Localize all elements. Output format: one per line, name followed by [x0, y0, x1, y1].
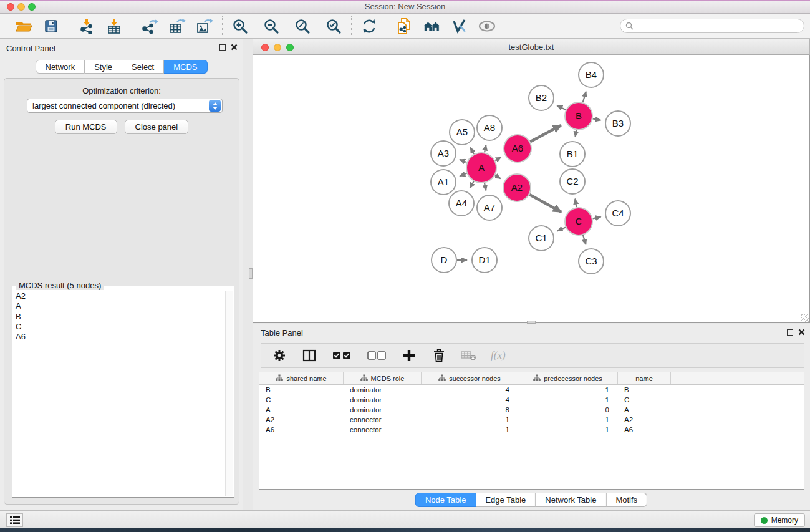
edge-C-C2[interactable]	[575, 199, 576, 208]
column-header-name[interactable]: name	[618, 372, 671, 384]
table-row[interactable]: A6connector11A6	[259, 425, 804, 435]
node-A[interactable]: A	[466, 153, 496, 183]
refresh-icon[interactable]	[360, 17, 378, 36]
node-C4[interactable]: C4	[605, 201, 630, 226]
node-D1[interactable]: D1	[472, 248, 497, 273]
node-table[interactable]: shared nameMCDS rolesuccessor nodesprede…	[259, 372, 804, 490]
table-cell[interactable]: A	[259, 405, 344, 415]
export-table-icon[interactable]	[168, 17, 186, 36]
criterion-select[interactable]: largest connected component (directed)	[27, 99, 223, 113]
edge-A-A7[interactable]	[485, 183, 486, 190]
edge-A2-C[interactable]	[529, 195, 561, 212]
column-header-successor-nodes[interactable]: successor nodes	[422, 372, 518, 384]
edge-A-A3[interactable]	[460, 160, 466, 162]
edge-A-A1[interactable]	[460, 173, 466, 176]
delete-column-trash-icon[interactable]	[431, 347, 447, 364]
edge-B-B1[interactable]	[576, 130, 577, 137]
column-header-predecessor-nodes[interactable]: predecessor nodes	[518, 372, 618, 384]
table-cell[interactable]: C	[259, 395, 344, 405]
node-A6[interactable]: A6	[504, 135, 531, 162]
edge-B-B2[interactable]	[557, 105, 566, 110]
search-field[interactable]	[620, 19, 804, 33]
export-network-icon[interactable]	[140, 17, 159, 36]
node-A5[interactable]: A5	[450, 120, 475, 145]
node-C[interactable]: C	[565, 208, 592, 235]
table-row[interactable]: Adominator80A	[259, 405, 804, 415]
table-cell[interactable]: 1	[518, 425, 618, 435]
open-session-icon[interactable]	[14, 17, 33, 36]
table-cell[interactable]: 1	[518, 385, 618, 395]
edge-B-B3[interactable]	[593, 118, 601, 120]
zoom-in-icon[interactable]	[231, 17, 249, 36]
vizmapper-icon[interactable]	[450, 17, 469, 36]
table-row[interactable]: Bdominator41B	[259, 385, 804, 395]
result-item[interactable]: A2	[13, 291, 225, 301]
table-cell[interactable]: dominator	[344, 405, 422, 415]
close-panel-button[interactable]: Close panel	[125, 120, 189, 134]
result-item[interactable]: B	[13, 312, 225, 322]
table-cell[interactable]: B	[259, 385, 344, 395]
export-image-icon[interactable]	[195, 17, 214, 36]
zoom-fit-icon[interactable]	[293, 17, 312, 36]
table-cell[interactable]: 4	[422, 385, 518, 395]
tab-node-table[interactable]: Node Table	[415, 493, 476, 507]
table-cell[interactable]: 4	[422, 395, 518, 405]
network-window-titlebar[interactable]: testGlobe.txt	[253, 39, 810, 55]
table-cell[interactable]: 1	[422, 415, 518, 425]
edge-A6-B[interactable]	[530, 125, 561, 142]
clone-network-icon[interactable]	[395, 17, 414, 36]
edge-A-A2[interactable]	[495, 175, 501, 178]
node-B1[interactable]: B1	[560, 142, 585, 167]
node-A2[interactable]: A2	[503, 174, 531, 201]
table-cell[interactable]: B	[618, 385, 671, 395]
table-settings-gear-icon[interactable]	[271, 347, 287, 364]
node-B2[interactable]: B2	[529, 85, 554, 110]
float-table-panel-icon[interactable]	[787, 329, 793, 336]
edge-B-B4[interactable]	[583, 92, 586, 102]
table-cell[interactable]: connector	[344, 425, 422, 435]
tab-motifs[interactable]: Motifs	[606, 493, 647, 507]
node-A7[interactable]: A7	[477, 195, 502, 220]
tab-style[interactable]: Style	[85, 60, 122, 74]
table-row[interactable]: A2connector11A2	[259, 415, 804, 425]
tab-mcds[interactable]: MCDS	[164, 60, 207, 74]
table-cell[interactable]: A6	[618, 425, 671, 435]
node-C1[interactable]: C1	[529, 226, 554, 251]
table-cell[interactable]: A2	[259, 415, 344, 425]
split-panel-icon[interactable]	[301, 347, 317, 364]
memory-button[interactable]: Memory	[754, 513, 805, 527]
zoom-out-icon[interactable]	[262, 17, 281, 36]
save-session-icon[interactable]	[42, 17, 60, 36]
close-table-panel-icon[interactable]	[798, 329, 805, 336]
table-cell[interactable]: 1	[518, 395, 618, 405]
float-panel-icon[interactable]	[219, 44, 226, 51]
horizontal-split-handle[interactable]	[527, 321, 536, 324]
table-cell[interactable]: A2	[618, 415, 671, 425]
tab-network[interactable]: Network	[35, 60, 85, 74]
create-column-plus-icon[interactable]	[401, 347, 417, 364]
edge-C-C1[interactable]	[557, 227, 566, 231]
search-input[interactable]	[636, 21, 804, 31]
run-mcds-button[interactable]: Run MCDS	[55, 120, 117, 134]
vertical-split-handle[interactable]	[249, 268, 253, 279]
node-A1[interactable]: A1	[431, 170, 456, 195]
tab-network-table[interactable]: Network Table	[536, 493, 606, 507]
table-cell[interactable]: dominator	[344, 395, 422, 405]
edge-A-A4[interactable]	[470, 181, 474, 188]
column-header-shared-name[interactable]: shared name	[259, 372, 344, 384]
network-graph[interactable]: AA1A2A3A4A5A6A7A8BB1B2B3B4CC1C2C3C4DD1	[253, 55, 809, 322]
table-row[interactable]: Cdominator41C	[259, 395, 804, 405]
home-cybrowser-icon[interactable]	[423, 17, 441, 36]
import-table-icon[interactable]	[105, 17, 123, 36]
edge-A-A5[interactable]	[470, 148, 474, 154]
table-cell[interactable]: 8	[422, 405, 518, 415]
table-cell[interactable]: connector	[344, 415, 422, 425]
result-scrollbar[interactable]	[225, 291, 233, 496]
edge-C-C3[interactable]	[583, 235, 586, 244]
node-B3[interactable]: B3	[605, 111, 630, 136]
show-graphics-details-icon[interactable]	[478, 17, 496, 36]
node-C2[interactable]: C2	[560, 169, 585, 194]
unselect-all-columns-icon[interactable]	[366, 347, 387, 364]
node-A8[interactable]: A8	[477, 115, 502, 140]
tab-select[interactable]: Select	[122, 60, 164, 74]
